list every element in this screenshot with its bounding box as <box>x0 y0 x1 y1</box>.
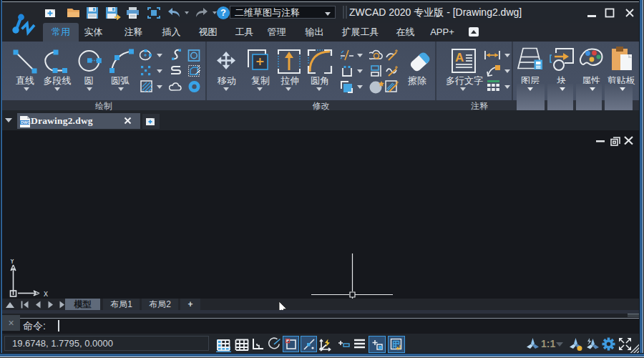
svg-text:DWG: DWG <box>21 120 30 125</box>
svg-text:Y: Y <box>10 259 14 266</box>
svg-text:A: A <box>455 51 464 64</box>
svg-text:X: X <box>44 291 48 299</box>
